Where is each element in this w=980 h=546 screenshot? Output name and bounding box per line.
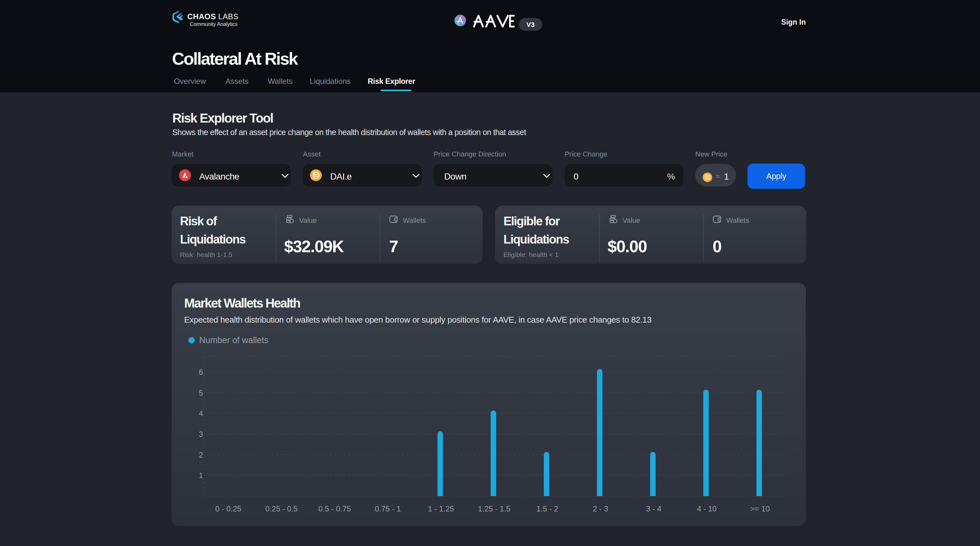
svg-text:5: 5 (199, 389, 203, 397)
svg-text:1.5 - 2: 1.5 - 2 (536, 505, 558, 513)
svg-text:1: 1 (199, 471, 203, 480)
svg-text:0.75 - 1: 0.75 - 1 (375, 505, 401, 513)
svg-text:2 - 3: 2 - 3 (593, 505, 608, 513)
svg-text:3 - 4: 3 - 4 (646, 505, 661, 513)
svg-text:0.25 - 0.5: 0.25 - 0.5 (265, 505, 298, 513)
svg-text:4 - 10: 4 - 10 (697, 505, 716, 513)
svg-text:1.25 - 1.5: 1.25 - 1.5 (478, 505, 510, 513)
svg-text:6: 6 (199, 368, 203, 376)
svg-text:3: 3 (199, 430, 203, 438)
svg-text:0.5 - 0.75: 0.5 - 0.75 (318, 505, 351, 513)
svg-text:1 - 1.25: 1 - 1.25 (428, 505, 454, 513)
svg-text:4: 4 (199, 409, 203, 417)
svg-text:0 - 0.25: 0 - 0.25 (215, 505, 241, 513)
svg-text:>= 10: >= 10 (750, 505, 770, 513)
svg-text:2: 2 (199, 451, 203, 459)
